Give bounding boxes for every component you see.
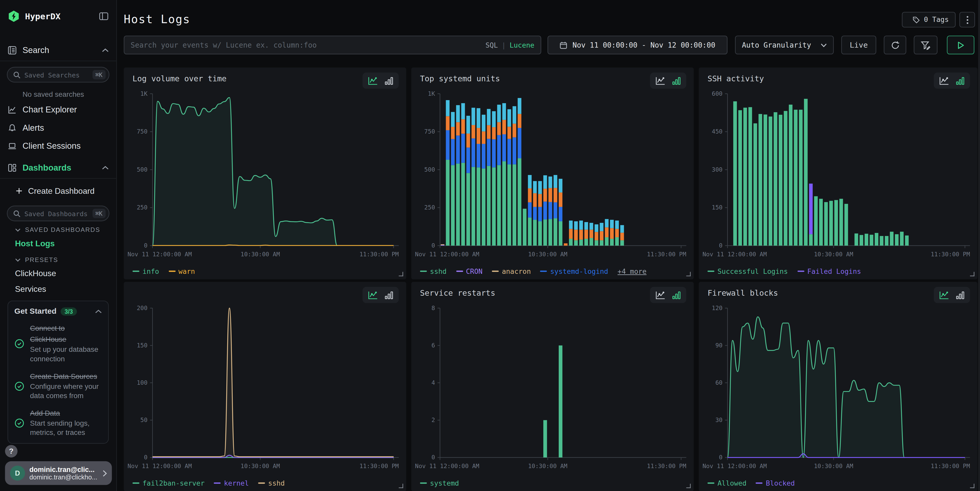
bar-view-icon[interactable]	[956, 290, 965, 300]
help-button[interactable]: ?	[5, 445, 18, 458]
event-search-field[interactable]	[131, 41, 485, 49]
laptop-icon	[8, 141, 17, 151]
svg-text:200: 200	[137, 305, 148, 311]
chart-panel: Firewall blocks 0306090120Nov 11 12:00:0…	[699, 282, 977, 491]
line-view-icon[interactable]	[939, 76, 950, 85]
chart-panel: Top systemd units 02505007501KNov 11 12:…	[411, 67, 694, 279]
chart-plot[interactable]: 0306090120Nov 11 12:00:00 AM10:30:00 AM1…	[699, 303, 977, 475]
bar-view-icon[interactable]	[672, 290, 681, 300]
svg-text:11:30:00 PM: 11:30:00 PM	[931, 463, 970, 469]
refresh-button[interactable]	[884, 35, 906, 54]
resize-handle[interactable]	[399, 484, 403, 488]
chevron-up-icon[interactable]	[95, 309, 102, 314]
saved-dashboards-header[interactable]: SAVED DASHBOARDS	[0, 221, 116, 236]
chart-plot[interactable]: 02505007501KNov 11 12:00:00 AM10:30:00 A…	[411, 89, 694, 263]
chart-plot[interactable]: 02468Nov 11 12:00:00 AM10:30:00 AM11:30:…	[411, 303, 694, 475]
app-root: HyperDX Search ⌘K No saved searches	[0, 0, 980, 491]
chart-legend: fail2ban-serverkernelsshd	[124, 475, 406, 491]
check-circle-icon	[14, 324, 24, 364]
bell-icon	[8, 123, 17, 132]
svg-text:500: 500	[137, 166, 148, 173]
sidebar-item-services[interactable]: Services	[0, 281, 116, 297]
chart-panel: SSH activity 0150300450600Nov 11 12:00:0…	[699, 67, 977, 279]
resize-handle[interactable]	[686, 484, 691, 488]
legend-item: Successful Logins	[708, 267, 788, 275]
date-range-value: Nov 11 00:00:00 - Nov 12 00:00:00	[573, 41, 716, 49]
bar-view-icon[interactable]	[385, 290, 394, 300]
svg-text:300: 300	[712, 166, 723, 173]
get-started-step-sources[interactable]: Create Data SourcesConfigure where your …	[14, 370, 102, 401]
svg-text:0: 0	[719, 454, 723, 461]
legend-item: Blocked	[756, 479, 795, 487]
query-language-toggle[interactable]: SQL|Lucene	[485, 41, 534, 49]
presets-header[interactable]: PRESETS	[0, 251, 116, 265]
controls-row: SQL|Lucene Nov 11 00:00:00 - Nov 12 00:0…	[124, 35, 977, 54]
resize-handle[interactable]	[686, 272, 691, 276]
svg-text:150: 150	[137, 342, 148, 349]
legend-item[interactable]: +4 more	[618, 267, 647, 275]
line-view-icon[interactable]	[939, 290, 950, 300]
scrollbar[interactable]	[978, 0, 980, 491]
svg-text:50: 50	[140, 416, 148, 423]
filter-button[interactable]	[914, 35, 937, 54]
svg-text:750: 750	[425, 128, 435, 135]
sidebar-item-alerts[interactable]: Alerts	[0, 119, 116, 137]
svg-text:500: 500	[425, 166, 435, 173]
bar-view-icon[interactable]	[385, 76, 394, 85]
brand-row: HyperDX	[0, 0, 116, 29]
run-query-button[interactable]	[947, 35, 974, 54]
get-started-step-add-data[interactable]: Add DataStart sending logs, metrics, or …	[14, 407, 102, 437]
svg-text:250: 250	[425, 204, 435, 211]
svg-text:4: 4	[431, 379, 435, 386]
chart-legend: infowarn	[124, 263, 406, 279]
chart-plot[interactable]: 0150300450600Nov 11 12:00:00 AM10:30:00 …	[699, 89, 977, 263]
svg-text:100: 100	[137, 379, 148, 386]
brand-name: HyperDX	[25, 11, 99, 21]
svg-text:30: 30	[716, 416, 723, 423]
svg-text:Nov 11 12:00:00 AM: Nov 11 12:00:00 AM	[415, 251, 479, 257]
sidebar-item-chart-explorer[interactable]: Chart Explorer	[0, 101, 116, 119]
tags-button[interactable]: 0 Tags	[902, 12, 956, 27]
line-view-icon[interactable]	[368, 76, 378, 85]
svg-text:11:30:00 PM: 11:30:00 PM	[360, 251, 399, 257]
chart-plot[interactable]: 050100150200Nov 11 12:00:00 AM10:30:00 A…	[124, 303, 406, 475]
saved-dashboards-field[interactable]	[24, 210, 92, 217]
line-view-icon[interactable]	[655, 290, 665, 300]
sidebar-item-host-logs[interactable]: Host Logs	[0, 236, 116, 251]
kebab-icon	[966, 15, 969, 24]
svg-text:10:30:00 AM: 10:30:00 AM	[814, 251, 853, 257]
chart-view-toggle	[650, 287, 686, 303]
chart-title: SSH activity	[708, 74, 764, 83]
saved-dashboards-input[interactable]: ⌘K	[7, 206, 110, 221]
user-card[interactable]: D dominic.tran@clic... dominic.tran@clic…	[5, 461, 112, 485]
sidebar-item-clickhouse[interactable]: ClickHouse	[0, 265, 116, 281]
kebab-menu-button[interactable]	[959, 12, 975, 27]
sidebar-item-dashboards[interactable]: Dashboards	[0, 157, 116, 179]
saved-searches-field[interactable]	[24, 71, 92, 78]
collapse-sidebar-icon[interactable]	[99, 11, 109, 21]
bar-view-icon[interactable]	[956, 76, 965, 85]
chart-legend: systemd	[411, 475, 694, 491]
resize-handle[interactable]	[399, 272, 403, 276]
sidebar-item-search[interactable]: Search	[0, 40, 116, 61]
create-dashboard-button[interactable]: Create Dashboard	[0, 179, 116, 200]
line-view-icon[interactable]	[655, 76, 665, 85]
legend-item: sshd	[420, 267, 447, 275]
granularity-select[interactable]: Auto Granularity	[735, 35, 834, 54]
sidebar-item-client-sessions[interactable]: Client Sessions	[0, 137, 116, 155]
resize-handle[interactable]	[970, 484, 974, 488]
get-started-step-connect[interactable]: Connect to ClickHouseSet up your databas…	[14, 322, 102, 364]
chart-view-toggle	[363, 73, 399, 89]
date-range-picker[interactable]: Nov 11 00:00:00 - Nov 12 00:00:00	[547, 35, 727, 54]
resize-handle[interactable]	[970, 272, 974, 276]
chevron-up-icon	[102, 166, 109, 170]
user-name: dominic.tran@clic...	[29, 466, 102, 473]
chart-plot[interactable]: 02505007501KNov 11 12:00:00 AM10:30:00 A…	[124, 89, 406, 263]
bar-view-icon[interactable]	[672, 76, 681, 85]
svg-text:11:30:00 PM: 11:30:00 PM	[931, 251, 970, 257]
saved-searches-input[interactable]: ⌘K	[7, 67, 110, 83]
svg-text:6: 6	[431, 342, 435, 349]
live-button[interactable]: Live	[841, 35, 876, 54]
event-search-input[interactable]: SQL|Lucene	[124, 35, 541, 54]
line-view-icon[interactable]	[368, 290, 378, 300]
